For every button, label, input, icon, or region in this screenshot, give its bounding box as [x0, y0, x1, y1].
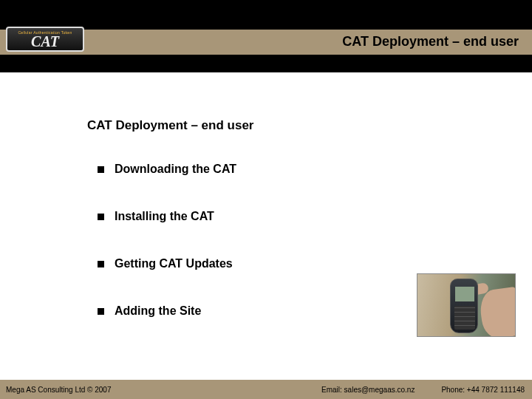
footer-email: Email: sales@megaas.co.nz [111, 386, 441, 394]
bullet-item: Installing the CAT [87, 210, 502, 223]
phone-body-illustration [450, 279, 478, 333]
bullet-text: Getting CAT Updates [115, 257, 233, 270]
phone-keys-illustration [454, 306, 475, 330]
footer-phone: Phone: +44 7872 111148 [441, 386, 526, 394]
header-bottom-bar [0, 55, 532, 72]
square-bullet-icon [98, 308, 104, 315]
square-bullet-icon [98, 166, 104, 173]
bullet-text: Adding the Site [115, 304, 201, 318]
phone-photo [417, 273, 516, 337]
hand-illustration [478, 287, 516, 337]
bullet-item: Getting CAT Updates [87, 257, 502, 270]
phone-screen-illustration [455, 287, 474, 301]
logo-main: CAT [31, 35, 59, 48]
bullet-text: Installing the CAT [115, 210, 214, 223]
cat-logo: Cellular Authentication Token CAT [3, 0, 87, 55]
cat-silhouette-icon [25, 1, 83, 28]
content-subtitle: CAT Deployment – end user [87, 118, 502, 133]
bullet-text: Downloading the CAT [115, 163, 236, 176]
footer-bar: Mega AS Consulting Ltd © 2007 Email: sal… [0, 380, 532, 399]
cat-badge: Cellular Authentication Token CAT [6, 27, 84, 52]
bullet-item: Downloading the CAT [87, 163, 502, 176]
footer-copyright: Mega AS Consulting Ltd © 2007 [6, 386, 111, 394]
slide-title: CAT Deployment – end user [342, 34, 519, 50]
square-bullet-icon [98, 261, 104, 267]
square-bullet-icon [98, 214, 104, 220]
